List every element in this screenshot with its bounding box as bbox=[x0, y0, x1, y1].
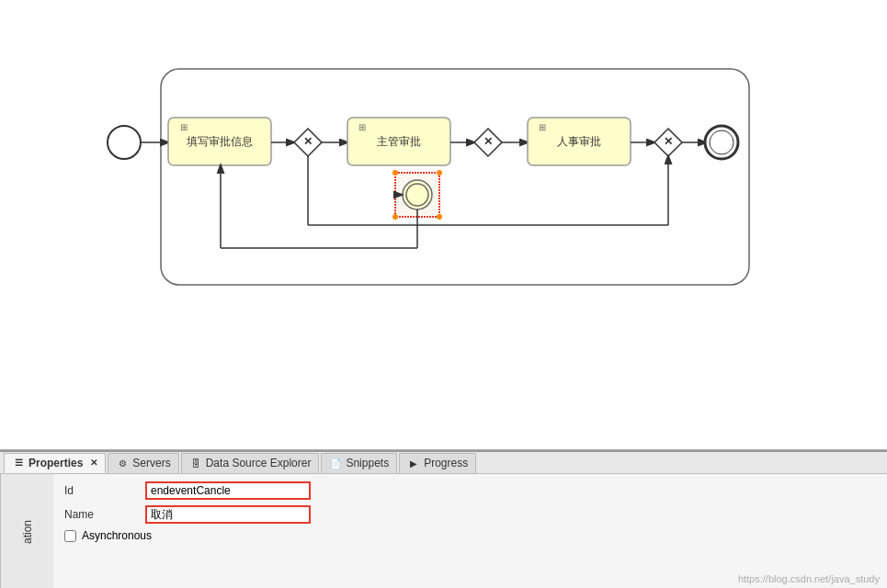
svg-text:✕: ✕ bbox=[664, 135, 673, 148]
tabs-bar: ☰ Properties ✕ ⚙ Servers 🗄 Data Source E… bbox=[0, 452, 887, 474]
svg-rect-0 bbox=[161, 69, 749, 285]
svg-text:主管审批: 主管审批 bbox=[377, 135, 421, 148]
svg-text:✕: ✕ bbox=[483, 135, 493, 148]
servers-icon: ⚙ bbox=[116, 457, 129, 469]
bottom-panel: ☰ Properties ✕ ⚙ Servers 🗄 Data Source E… bbox=[0, 450, 887, 588]
tab-datasource[interactable]: 🗄 Data Source Explorer bbox=[181, 453, 320, 473]
async-row: Asynchronous bbox=[64, 529, 876, 542]
progress-icon: ▶ bbox=[407, 457, 420, 469]
diagram-canvas: ⊞ 填写审批信息 ✕ ⊞ 主管审批 ✕ bbox=[0, 0, 887, 450]
panel-left-label: ation bbox=[0, 474, 53, 588]
svg-text:⊞: ⊞ bbox=[358, 122, 366, 132]
svg-point-18 bbox=[437, 214, 442, 220]
properties-icon: ☰ bbox=[12, 457, 25, 469]
watermark: https://blog.csdn.net/java_study bbox=[738, 573, 880, 584]
properties-form: Id Name Asynchronous bbox=[53, 474, 887, 588]
tab-progress[interactable]: ▶ Progress bbox=[399, 453, 476, 473]
svg-text:填写审批信息: 填写审批信息 bbox=[186, 135, 253, 148]
name-input[interactable] bbox=[145, 505, 311, 524]
svg-text:人事审批: 人事审批 bbox=[557, 135, 601, 148]
svg-point-19 bbox=[403, 180, 432, 209]
svg-text:✕: ✕ bbox=[303, 135, 313, 148]
svg-point-1 bbox=[108, 126, 141, 159]
name-row: Name bbox=[64, 505, 876, 524]
async-checkbox[interactable] bbox=[64, 530, 76, 542]
panel-content: ation Id Name Asynchronous bbox=[0, 474, 887, 588]
snippets-icon: 📄 bbox=[329, 457, 342, 469]
svg-text:⊞: ⊞ bbox=[180, 122, 188, 132]
id-label: Id bbox=[64, 484, 138, 497]
tab-servers[interactable]: ⚙ Servers bbox=[108, 453, 178, 473]
bpmn-svg: ⊞ 填写审批信息 ✕ ⊞ 主管审批 ✕ bbox=[0, 0, 887, 450]
id-input[interactable] bbox=[145, 481, 311, 500]
tab-snippets[interactable]: 📄 Snippets bbox=[321, 453, 397, 473]
svg-point-15 bbox=[392, 170, 398, 175]
id-row: Id bbox=[64, 481, 876, 500]
svg-point-16 bbox=[437, 170, 442, 175]
name-label: Name bbox=[64, 508, 138, 521]
async-label: Asynchronous bbox=[82, 529, 152, 542]
datasource-icon: 🗄 bbox=[189, 457, 202, 469]
svg-point-17 bbox=[392, 214, 398, 220]
svg-text:⊞: ⊞ bbox=[539, 122, 546, 132]
svg-point-34 bbox=[710, 130, 733, 154]
tab-properties[interactable]: ☰ Properties ✕ bbox=[4, 453, 106, 473]
tab-close-icon[interactable]: ✕ bbox=[90, 458, 97, 468]
